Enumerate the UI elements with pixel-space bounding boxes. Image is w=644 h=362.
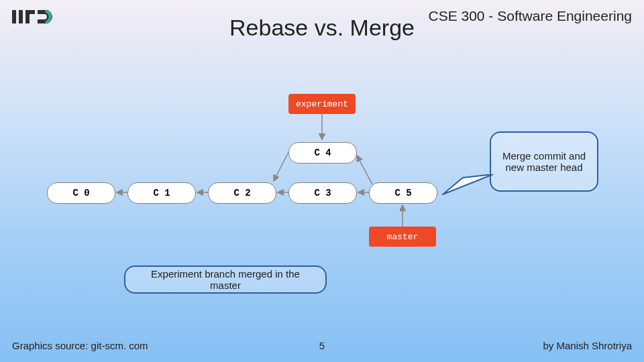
svg-rect-3	[25, 10, 35, 14]
diagram-arrows	[0, 87, 510, 261]
slide-title: Rebase vs. Merge	[0, 15, 644, 41]
callout-merge-head-pointer	[436, 174, 496, 201]
callout-experiment-merged-text: Experiment branch merged in the master	[135, 268, 316, 292]
svg-line-11	[357, 156, 372, 184]
callout-experiment-merged: Experiment branch merged in the master	[124, 265, 327, 294]
footer-author: by Manish Shrotriya	[543, 340, 632, 351]
svg-line-10	[274, 152, 288, 181]
callout-merge-head-text: Merge commit and new master head	[500, 150, 588, 174]
callout-merge-head: Merge commit and new master head	[490, 131, 598, 192]
